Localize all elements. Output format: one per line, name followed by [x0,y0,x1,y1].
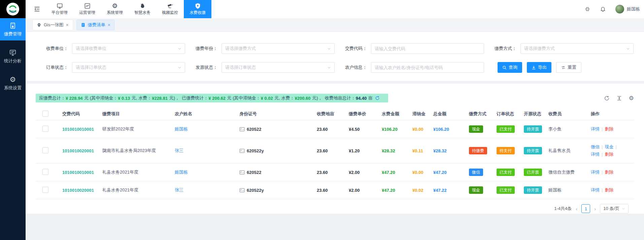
farmer-link[interactable]: 姬国栋 [175,170,188,175]
page-size-select[interactable]: 10 条/页 [600,204,629,213]
document-icon [81,23,86,27]
table-toolbar: ⚙ [604,95,634,101]
top-menu-label: 智慧水务 [134,10,150,16]
bell-icon[interactable] [600,6,606,12]
tab-payment-list[interactable]: 缴费清单 × [76,20,115,30]
row-checkbox[interactable] [42,126,48,132]
payment-method-select[interactable]: 请选择缴费方式 [520,43,634,54]
export-button[interactable]: 导出 [527,62,551,73]
delete-link[interactable]: 删除 [605,170,613,175]
page-number[interactable]: 1 [581,204,590,213]
top-menu-label: 系统管理 [107,10,123,16]
logo-text: RIEON [9,10,16,12]
logo-icon: RIEON [6,2,20,16]
menu-fold-icon[interactable] [34,6,40,12]
chevron-down-icon [178,66,181,69]
payment-code-input[interactable] [371,43,484,54]
cash-pay-link[interactable]: 现金 [605,144,613,149]
cell-water-fee: ¥28.32 [380,138,410,163]
select-all-checkbox[interactable] [42,111,48,117]
pagination: 1-4共4条 ‹ 1 › 10 条/页 [26,204,629,213]
id-card-icon [239,149,245,153]
cell-project: 研发部2022年度 [100,120,173,138]
cell-collector: 微信自主缴费 [546,163,589,181]
tab-label: 缴费清单 [88,22,105,28]
select-placeholder: 请选择缴费方式 [524,46,555,52]
farmer-link[interactable]: 姬国栋 [175,126,188,131]
sidebar-item-settings[interactable]: ⚙ 系统设置 [0,72,26,94]
top-menu-platform[interactable]: 平台管理 [46,0,73,18]
query-button[interactable]: 查询 [498,62,522,73]
col-header: 收费地亩 [315,108,347,120]
col-header: 交费代码 [60,108,100,120]
close-icon[interactable]: × [66,22,69,28]
order-status-badge: 已支付 [497,125,515,133]
top-menu-video[interactable]: 视频监控 [156,0,184,18]
top-menu-operations[interactable]: 运营管理 [73,0,101,18]
download-icon [532,65,536,70]
filter-label-payment-year: 缴费年份： [185,46,222,52]
detail-link[interactable]: 详情 [591,170,600,175]
farmer-link[interactable]: 张三 [175,148,183,153]
payment-table: 交费代码 缴费项目 农户姓名 身份证号 收费地亩 缴费单价 水费金额 滞纳金 总… [36,108,634,199]
table-header-row: 交费代码 缴费项目 农户姓名 身份证号 收费地亩 缴费单价 水费金额 滞纳金 总… [36,108,634,120]
row-checkbox[interactable] [42,147,48,153]
detail-link[interactable]: 详情 [591,152,600,157]
top-menu-label: 视频监控 [162,10,178,16]
sidebar-item-payment-management[interactable]: 缴费管理 [0,18,26,40]
fullscreen-icon[interactable] [584,6,590,12]
col-header: 订单状态 [495,108,522,120]
prev-page-arrow[interactable]: ‹ [575,206,578,212]
row-height-icon[interactable] [616,95,622,101]
summary-value: ¥ 228.94 [66,96,83,101]
cell-code: 1010010020001 [60,138,100,163]
order-status-select[interactable]: 请选择订单状态 [72,62,185,73]
close-icon[interactable]: × [108,22,110,28]
app-logo[interactable]: RIEON [0,0,26,18]
top-menu-smart-water[interactable]: 智慧水务 [129,0,156,18]
pay-method-badge: 现金 [469,125,483,133]
top-menu-system[interactable]: ⚙ 系统管理 [101,0,129,18]
tab-strip: Gis一张图 × 缴费清单 × [26,18,644,32]
detail-link[interactable]: 详情 [591,187,600,192]
cell-late-fee: ¥0.11 [410,138,431,163]
summary-refresh-icon[interactable] [375,86,385,111]
next-page-arrow[interactable]: › [594,206,597,212]
cell-water-fee: ¥106.20 [380,120,410,138]
delete-link[interactable]: 删除 [605,126,613,131]
cell-total: ¥47.20 [431,163,467,181]
search-icon [502,65,507,70]
farmer-info-input[interactable] [371,62,484,73]
charge-unit-select[interactable]: 请选择收费单位 [72,43,185,54]
reset-button[interactable]: 重置 [556,62,581,73]
table-settings-gear-icon[interactable]: ⚙ [629,95,634,101]
invoice-status-badge: 待开票 [524,147,542,154]
delete-link[interactable]: 删除 [605,152,613,157]
farmer-link[interactable]: 张三 [175,187,183,192]
swap-icon [561,65,566,70]
gear-icon: ⚙ [112,3,117,9]
payment-year-select[interactable]: 请选择缴费方式 [222,43,335,54]
stats-monitor-icon [9,49,16,56]
id-card-icon [239,127,245,131]
user-menu[interactable]: 姬国栋 [615,5,640,13]
row-checkbox[interactable] [42,187,48,193]
cell-area: 23.60 [315,163,347,181]
settings-gear-icon: ⚙ [10,76,16,83]
tab-gis-map[interactable]: Gis一张图 × [32,20,73,30]
top-menu-water-fee[interactable]: 水费收缴 [184,0,211,18]
invoice-status-select[interactable]: 请选择订单状态 [222,62,335,73]
summary-segment: 元, 水费： [273,95,295,101]
refresh-icon[interactable] [604,95,610,101]
detail-link[interactable]: 详情 [591,126,600,131]
row-checkbox[interactable] [42,169,48,175]
filter-label-invoice-status: 发票状态： [185,64,222,70]
select-placeholder: 请选择缴费方式 [225,46,256,52]
chevron-down-icon [327,47,331,51]
delete-link[interactable]: 删除 [605,187,613,192]
col-header: 总金额 [431,108,467,120]
sidebar-item-statistics[interactable]: 统计分析 [0,45,26,67]
wechat-pay-link[interactable]: 微信 [591,144,600,149]
avatar [615,5,624,13]
summary-value: ¥228.81 [152,96,168,101]
